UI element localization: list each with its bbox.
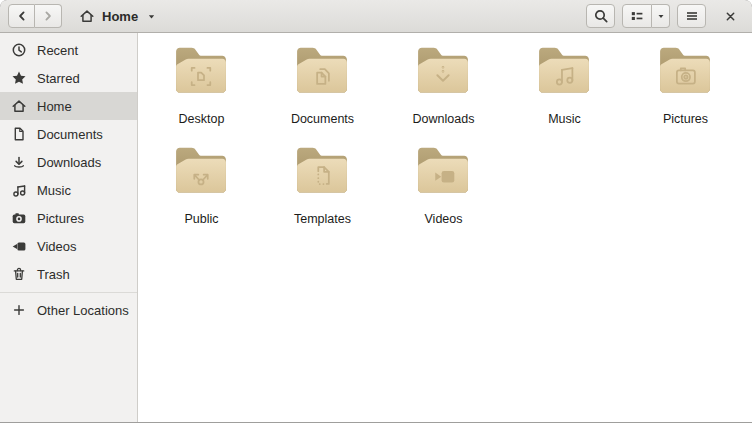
home-icon [11, 98, 27, 114]
folder-item-public[interactable]: Public [141, 146, 262, 246]
video-camera-icon [11, 238, 27, 254]
view-options-dropdown-button[interactable] [652, 4, 670, 28]
sidebar-item-documents[interactable]: Documents [0, 120, 137, 148]
sidebar-item-videos[interactable]: Videos [0, 232, 137, 260]
app-body: Recent Starred Home Documents Downloads … [0, 33, 752, 422]
sidebar-item-trash[interactable]: Trash [0, 260, 137, 288]
close-icon [723, 9, 738, 24]
home-icon [79, 8, 95, 24]
search-button[interactable] [586, 4, 615, 28]
sidebar-item-label: Pictures [37, 211, 84, 226]
caret-down-icon [145, 10, 158, 23]
folder-item-desktop[interactable]: Desktop [141, 46, 262, 146]
forward-button[interactable] [35, 4, 62, 28]
sidebar-item-starred[interactable]: Starred [0, 64, 137, 92]
star-icon [11, 70, 27, 86]
camera-icon [11, 210, 27, 226]
folder-label: Pictures [663, 112, 708, 127]
sidebar: Recent Starred Home Documents Downloads … [0, 33, 138, 422]
sidebar-item-label: Home [37, 99, 72, 114]
clock-icon [11, 42, 27, 58]
folder-item-music[interactable]: Music [504, 46, 625, 146]
folder-label: Videos [425, 212, 463, 227]
folder-item-videos[interactable]: Videos [383, 146, 504, 246]
file-manager-window: Home [0, 0, 752, 423]
folder-icon [655, 47, 717, 100]
chevron-left-icon [14, 8, 30, 24]
plus-icon [11, 302, 27, 318]
folder-icon [292, 47, 354, 100]
chevron-right-icon [40, 8, 56, 24]
path-bar-button[interactable]: Home [75, 3, 162, 29]
download-arrow-icon [11, 154, 27, 170]
caret-down-icon [655, 10, 667, 22]
sidebar-item-music[interactable]: Music [0, 176, 137, 204]
close-window-button[interactable] [719, 4, 741, 28]
document-icon [11, 126, 27, 142]
trash-icon [11, 266, 27, 282]
folder-label: Templates [294, 212, 351, 227]
folder-label: Public [184, 212, 218, 227]
current-location-label: Home [102, 9, 138, 24]
sidebar-separator [0, 292, 137, 293]
folder-grid: Desktop Documents Downloads Music Pictur… [138, 33, 752, 422]
sidebar-item-label: Documents [37, 127, 103, 142]
sidebar-item-label: Recent [37, 43, 78, 58]
folder-label: Music [548, 112, 581, 127]
folder-icon [413, 47, 475, 100]
folder-item-pictures[interactable]: Pictures [625, 46, 746, 146]
folder-item-downloads[interactable]: Downloads [383, 46, 504, 146]
headerbar: Home [0, 0, 752, 33]
view-list-button[interactable] [622, 4, 652, 28]
view-switcher [622, 4, 670, 28]
folder-label: Desktop [179, 112, 225, 127]
sidebar-item-label: Downloads [37, 155, 101, 170]
folder-icon [534, 47, 596, 100]
folder-icon [413, 147, 475, 200]
header-actions [586, 4, 741, 28]
folder-icon [292, 147, 354, 200]
search-icon [593, 8, 609, 24]
music-notes-icon [11, 182, 27, 198]
menu-button[interactable] [677, 4, 706, 28]
folder-label: Downloads [413, 112, 475, 127]
sidebar-item-pictures[interactable]: Pictures [0, 204, 137, 232]
sidebar-item-downloads[interactable]: Downloads [0, 148, 137, 176]
sidebar-item-other-locations[interactable]: Other Locations [0, 296, 137, 324]
sidebar-item-label: Other Locations [37, 303, 129, 318]
sidebar-item-label: Trash [37, 267, 70, 282]
folder-icon [171, 47, 233, 100]
list-view-icon [629, 8, 645, 24]
folder-item-documents[interactable]: Documents [262, 46, 383, 146]
folder-label: Documents [291, 112, 354, 127]
folder-item-templates[interactable]: Templates [262, 146, 383, 246]
hamburger-menu-icon [684, 8, 700, 24]
sidebar-item-label: Starred [37, 71, 80, 86]
sidebar-item-recent[interactable]: Recent [0, 36, 137, 64]
folder-icon [171, 147, 233, 200]
back-button[interactable] [8, 4, 35, 28]
sidebar-item-home[interactable]: Home [0, 92, 137, 120]
sidebar-item-label: Videos [37, 239, 77, 254]
nav-buttons [8, 4, 62, 28]
sidebar-item-label: Music [37, 183, 71, 198]
